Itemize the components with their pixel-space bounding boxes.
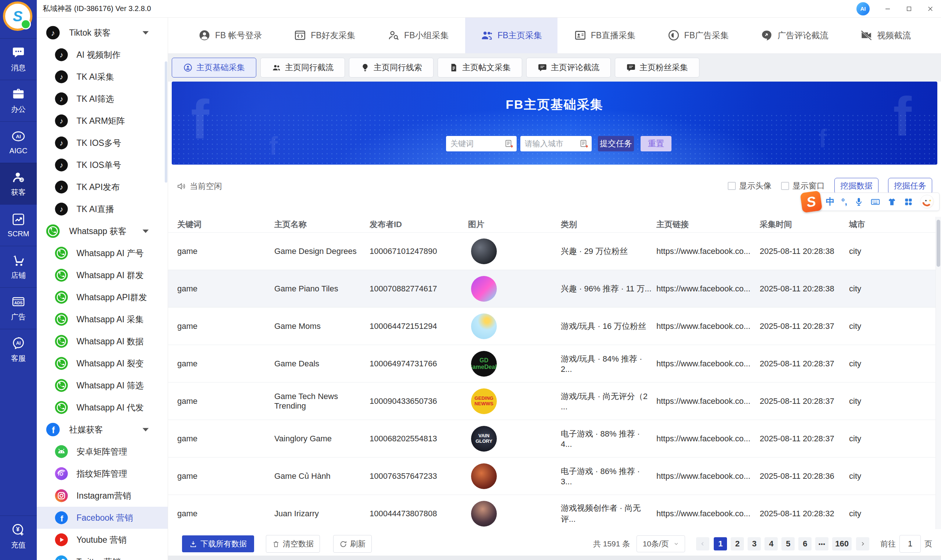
tab-视频截流[interactable]: 视频截流 — [845, 17, 926, 53]
table-row[interactable]: gameGame Piano Tiles100070882774617兴趣 · … — [168, 270, 941, 307]
page-button-2[interactable]: 2 — [731, 537, 744, 551]
goto-page-input[interactable] — [899, 535, 921, 553]
sidebar-item-facebook[interactable]: fFacebook 营销 — [37, 507, 168, 529]
subtab-主页评论截流[interactable]: 主页评论截流 — [526, 58, 611, 77]
sidebar-item-wa-ai-mass[interactable]: Whatsapp AI 群发 — [37, 264, 168, 286]
import-icon[interactable] — [579, 139, 589, 149]
tab-FB广告采集[interactable]: FB广告采集 — [652, 17, 744, 53]
cell-link[interactable]: https://www.facebook.co... — [653, 246, 756, 256]
rail-item-shop[interactable]: 店铺 — [0, 246, 37, 287]
tab-FB直播采集[interactable]: FB直播采集 — [558, 17, 651, 53]
table-scrollbar[interactable] — [935, 217, 941, 529]
reset-button[interactable]: 重置 — [640, 136, 671, 151]
caret-down-icon[interactable] — [138, 25, 153, 40]
sidebar-scrollbar[interactable] — [165, 62, 167, 183]
table-row[interactable]: gameGame Tech News Trending1000904336507… — [168, 382, 941, 420]
table-row[interactable]: gameJuan Irizarry100044473807808游戏视频创作者 … — [168, 495, 941, 532]
download-all-button[interactable]: 下载所有数据 — [182, 535, 254, 552]
sidebar-item-wa-ai-data[interactable]: Whatsapp AI 数据 — [37, 330, 168, 352]
clear-data-button[interactable]: 清空数据 — [266, 535, 320, 553]
page-button-1[interactable]: 1 — [714, 537, 727, 551]
user-avatar[interactable]: AI — [856, 2, 870, 15]
tab-FB 帐号登录[interactable]: FB 帐号登录 — [183, 17, 278, 53]
sidebar-item-tk-api-publish[interactable]: ♪TK API发布 — [37, 176, 168, 198]
scrollbar-thumb[interactable] — [936, 220, 940, 267]
ime-lang-toggle[interactable]: 中 — [826, 196, 835, 208]
subtab-主页基础采集[interactable]: 主页基础采集 — [172, 58, 256, 77]
table-row[interactable]: gameGame Design Degrees100067101247890兴趣… — [168, 232, 941, 270]
rail-item-service[interactable]: AI客服 — [0, 329, 37, 371]
sidebar-item-tk-arm-matrix[interactable]: ♪TK ARM矩阵 — [37, 110, 168, 132]
caret-down-icon[interactable] — [138, 224, 153, 238]
table-row[interactable]: gameVainglory Game100068202554813VAIN GL… — [168, 420, 941, 457]
table-row[interactable]: gameGame Củ Hành100076357647233电子游戏 · 86… — [168, 457, 941, 495]
sidebar-item-wa-ai-fission[interactable]: Whatsapp AI 裂变 — [37, 352, 168, 374]
show-avatar-checkbox[interactable]: 显示头像 — [728, 180, 771, 191]
rail-item-recharge[interactable]: ¥充值 — [0, 515, 37, 557]
keyboard-icon[interactable] — [870, 197, 880, 207]
sogou-mascot-icon[interactable] — [920, 195, 934, 209]
sidebar-item-android-matrix[interactable]: 安卓矩阵管理 — [37, 441, 168, 463]
sidebar-item-fingerprint-matrix[interactable]: 指纹矩阵管理 — [37, 463, 168, 485]
subtab-主页帖文采集[interactable]: 主页帖文采集 — [438, 58, 522, 77]
page-ellipsis[interactable]: ••• — [815, 537, 828, 551]
page-button-6[interactable]: 6 — [798, 537, 811, 551]
ime-punctuation-toggle[interactable]: °, — [841, 197, 847, 207]
sidebar-item-tk-ios-multi[interactable]: ♪TK IOS多号 — [37, 132, 168, 154]
toolbox-grid-icon[interactable] — [904, 197, 913, 207]
prev-page-button[interactable] — [696, 537, 709, 551]
sidebar-item-ai-video[interactable]: ♪AI 视频制作 — [37, 44, 168, 66]
show-window-checkbox[interactable]: 显示窗口 — [781, 180, 825, 191]
page-size-select[interactable]: 10条/页 — [637, 535, 685, 552]
import-icon[interactable] — [504, 139, 514, 149]
microphone-icon[interactable] — [854, 197, 864, 207]
cell-link[interactable]: https://www.facebook.co... — [653, 471, 756, 481]
sidebar-item-wa-ai-filter[interactable]: Whatsapp AI 筛选 — [37, 374, 168, 397]
table-row[interactable]: gameGame Moms100064472151294游戏/玩具 · 16 万… — [168, 307, 941, 345]
close-button[interactable] — [920, 0, 941, 17]
rail-item-aigc[interactable]: AIAIGC — [0, 121, 37, 163]
sidebar-item-tk-ai-live[interactable]: ♪TK AI直播 — [37, 198, 168, 220]
page-button-4[interactable]: 4 — [765, 537, 778, 551]
sidebar-item-tk-ai-collect[interactable]: ♪TK AI采集 — [37, 66, 168, 88]
sogou-logo-icon[interactable]: S — [800, 191, 822, 213]
tab-FB好友采集[interactable]: FB好友采集 — [278, 17, 371, 53]
sidebar-item-instagram[interactable]: Instagram营销 — [37, 485, 168, 507]
page-button-5[interactable]: 5 — [781, 537, 794, 551]
submit-task-button[interactable]: 提交任务 — [598, 136, 634, 151]
sidebar-item-social[interactable]: f社媒获客 — [37, 418, 168, 441]
skin-shirt-icon[interactable] — [887, 197, 897, 207]
cell-link[interactable]: https://www.facebook.co... — [653, 359, 756, 369]
tab-广告评论截流[interactable]: 广告评论截流 — [745, 17, 844, 53]
sidebar-item-youtube[interactable]: Youtube 营销 — [37, 529, 168, 551]
cell-link[interactable]: https://www.facebook.co... — [653, 509, 756, 518]
cell-link[interactable]: https://www.facebook.co... — [653, 284, 756, 294]
cell-link[interactable]: https://www.facebook.co... — [653, 322, 756, 331]
rail-item-ads[interactable]: ADS广告 — [0, 287, 37, 329]
cell-link[interactable]: https://www.facebook.co... — [653, 434, 756, 443]
minimize-button[interactable] — [877, 0, 898, 17]
subtab-主页同行线索[interactable]: 主页同行线索 — [349, 58, 433, 77]
table-row[interactable]: gameGame Deals100064974731766GD GameDeal… — [168, 345, 941, 382]
sidebar-item-whatsapp[interactable]: Whatsapp 获客 — [37, 220, 168, 242]
sidebar-item-wa-api-mass[interactable]: Whatsapp API群发 — [37, 286, 168, 308]
sidebar-item-tiktok[interactable]: ♪Tiktok 获客 — [37, 22, 168, 44]
sidebar-item-tk-ios-single[interactable]: ♪TK IOS单号 — [37, 154, 168, 176]
page-button-160[interactable]: 160 — [832, 537, 852, 551]
subtab-主页同行截流[interactable]: 主页同行截流 — [260, 58, 345, 77]
sidebar-item-wa-ai-send[interactable]: Whatsapp AI 代发 — [37, 397, 168, 418]
rail-item-customer[interactable]: 获客 — [0, 163, 37, 204]
sidebar-item-wa-ai-account[interactable]: Whatsapp AI 产号 — [37, 242, 168, 264]
maximize-button[interactable] — [898, 0, 920, 17]
tab-FB小组采集[interactable]: FB小组采集 — [372, 17, 464, 53]
sidebar-item-twitter[interactable]: Twitter 营销 — [37, 551, 168, 560]
subtab-主页粉丝采集[interactable]: 主页粉丝采集 — [615, 58, 699, 77]
next-page-button[interactable] — [856, 537, 869, 551]
tab-FB主页采集[interactable]: FB主页采集 — [465, 17, 557, 53]
sidebar-item-wa-ai-collect[interactable]: Whatsapp AI 采集 — [37, 308, 168, 330]
cell-link[interactable]: https://www.facebook.co... — [653, 397, 756, 406]
sidebar-item-tk-ai-filter[interactable]: ♪TK AI筛选 — [37, 88, 168, 110]
refresh-button[interactable]: 刷新 — [333, 535, 372, 553]
rail-item-office[interactable]: 办公 — [0, 80, 37, 121]
caret-down-icon[interactable] — [138, 422, 153, 437]
